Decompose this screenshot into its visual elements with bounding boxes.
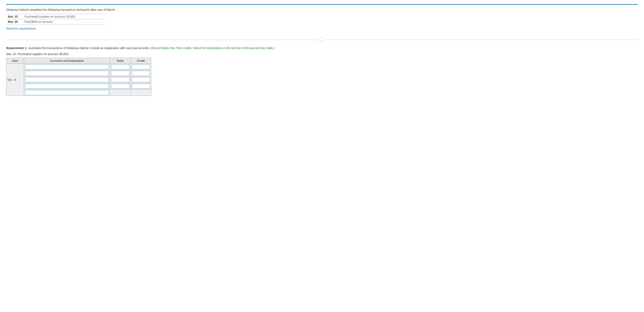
accounts-input-1[interactable]: [25, 64, 109, 69]
requirement-section: Requirement 1. Journalize the transactio…: [6, 46, 638, 96]
read-requirements-link[interactable]: Read the requirements.: [6, 27, 36, 30]
accounts-cell-5: [24, 89, 110, 96]
accounts-cell-4: [24, 83, 110, 89]
table-row: Mar. 15 Purchased supplies on account, $…: [6, 14, 106, 19]
table-row: Mar. 28 Paid $800 on account.: [6, 19, 106, 24]
top-border: [6, 4, 638, 5]
debit-cell-3: [110, 77, 130, 83]
date-header: Date: [6, 58, 24, 64]
divider-dots[interactable]: ...: [319, 38, 325, 42]
transaction-date-1: Mar. 15: [6, 14, 23, 19]
credit-cell-2: [130, 70, 151, 77]
accounts-cell-3: [24, 77, 110, 83]
journal-row-5-explanation: [6, 89, 151, 96]
requirement-label: Requirement 1.: [6, 46, 27, 50]
debit-cell-4: [110, 83, 130, 89]
accounts-cell-1: [24, 64, 110, 70]
journal-row-3: [6, 77, 151, 83]
empty-debit-5: [110, 89, 130, 96]
credit-header: Credit: [130, 58, 151, 64]
transaction-desc-1: Purchased supplies on account, $3,600: [23, 14, 106, 19]
debit-input-2[interactable]: [111, 71, 129, 76]
credit-input-1[interactable]: [132, 64, 150, 69]
transaction-desc-2: Paid $800 on account.: [23, 19, 106, 24]
transactions-table: Mar. 15 Purchased supplies on account, $…: [6, 14, 106, 24]
journal-header-row: Date Accounts and Explanation Debit Cred…: [6, 58, 151, 64]
journal-row-4: [6, 83, 151, 89]
debit-header: Debit: [110, 58, 130, 64]
accounts-input-3[interactable]: [25, 77, 109, 82]
transaction-date-2: Mar. 28: [6, 19, 23, 24]
debit-input-4[interactable]: [111, 84, 129, 89]
debit-cell-2: [110, 70, 130, 77]
credit-cell-4: [130, 83, 151, 89]
credit-input-3[interactable]: [132, 77, 150, 82]
transaction-label: Mar. 15: Purchased supplies on account, …: [6, 52, 638, 56]
credit-input-4[interactable]: [132, 84, 150, 89]
journal-table: Date Accounts and Explanation Debit Cred…: [6, 58, 151, 96]
divider-section: ...: [6, 38, 638, 42]
accounts-explanation-header: Accounts and Explanation: [24, 58, 110, 64]
journal-row-2: [6, 70, 151, 77]
journal-date-cell: Mar. 15: [6, 64, 24, 96]
accounts-input-5[interactable]: [25, 90, 109, 95]
accounts-input-2[interactable]: [25, 71, 109, 76]
credit-cell-3: [130, 77, 151, 83]
accounts-input-4[interactable]: [25, 84, 109, 89]
requirement-main-text: Journalize the transactions of Okaloosa …: [28, 46, 150, 50]
debit-input-3[interactable]: [111, 77, 129, 82]
intro-text: Okaloosa Optical completed the following…: [6, 8, 638, 11]
requirement-text: Requirement 1. Journalize the transactio…: [6, 46, 638, 50]
accounts-cell-2: [24, 70, 110, 77]
divider-line-right: [327, 40, 638, 40]
debit-cell-1: [110, 64, 130, 70]
divider-line-left: [6, 40, 318, 40]
empty-credit-5: [130, 89, 151, 96]
debit-input-1[interactable]: [111, 64, 129, 69]
credit-cell-1: [130, 64, 151, 70]
credit-input-2[interactable]: [132, 71, 150, 76]
journal-row-1: Mar. 15: [6, 64, 151, 70]
requirement-hint: (Record debits first, then credits. Sele…: [150, 46, 275, 50]
